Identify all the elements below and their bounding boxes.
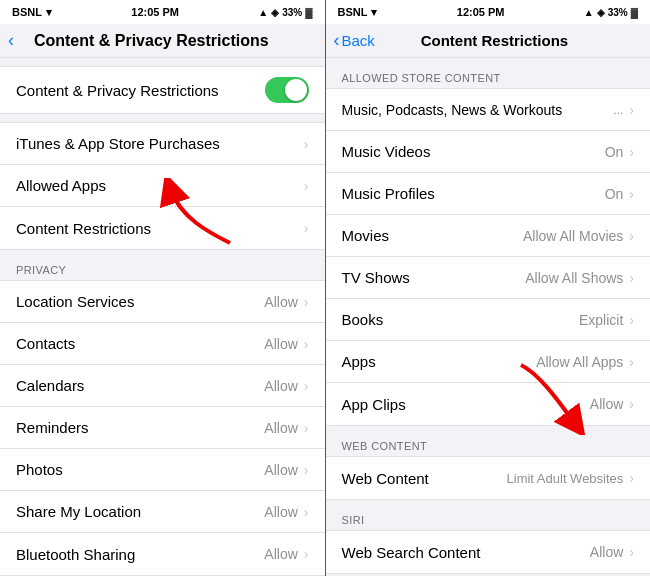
web-content-label: Web Content: [342, 470, 507, 487]
privacy-toggle-label: Content & Privacy Restrictions: [16, 82, 265, 99]
back-chevron-right: ‹: [334, 30, 340, 51]
wifi-icon2-left: ◈: [271, 7, 279, 18]
carrier-right: BSNL: [338, 6, 368, 18]
toggle-section: Content & Privacy Restrictions: [0, 66, 325, 114]
store-section: ALLOWED STORE CONTENT Music, Podcasts, N…: [326, 66, 651, 426]
location-services-cell[interactable]: Location Services Allow ›: [0, 281, 325, 323]
calendars-cell[interactable]: Calendars Allow ›: [0, 365, 325, 407]
reminders-label: Reminders: [16, 419, 264, 436]
share-location-label: Share My Location: [16, 503, 264, 520]
bluetooth-chevron: ›: [304, 546, 309, 562]
carrier-left: BSNL: [12, 6, 42, 18]
apps-cell[interactable]: Apps Allow All Apps ›: [326, 341, 651, 383]
books-chevron: ›: [629, 312, 634, 328]
web-cell-list: Web Content Limit Adult Websites ›: [326, 456, 651, 500]
contacts-chevron: ›: [304, 336, 309, 352]
page-title-right: Content Restrictions: [381, 32, 608, 49]
calendars-value: Allow: [264, 378, 297, 394]
tv-shows-value: Allow All Shows: [525, 270, 623, 286]
music-podcasts-value: ...: [613, 103, 623, 117]
itunes-chevron: ›: [304, 136, 309, 152]
main-cell-list: iTunes & App Store Purchases › Allowed A…: [0, 122, 325, 250]
photos-cell[interactable]: Photos Allow ›: [0, 449, 325, 491]
music-profiles-label: Music Profiles: [342, 185, 605, 202]
contacts-value: Allow: [264, 336, 297, 352]
app-clips-chevron: ›: [629, 396, 634, 412]
contacts-cell[interactable]: Contacts Allow ›: [0, 323, 325, 365]
siri-section: SIRI Web Search Content Allow ›: [326, 508, 651, 574]
movies-cell[interactable]: Movies Allow All Movies ›: [326, 215, 651, 257]
movies-value: Allow All Movies: [523, 228, 623, 244]
back-label-right[interactable]: Back: [342, 32, 375, 49]
music-videos-value: On: [605, 144, 624, 160]
reminders-chevron: ›: [304, 420, 309, 436]
music-videos-cell[interactable]: Music Videos On ›: [326, 131, 651, 173]
books-cell[interactable]: Books Explicit ›: [326, 299, 651, 341]
location-services-value: Allow: [264, 294, 297, 310]
battery-left: 33%: [282, 7, 302, 18]
tv-shows-chevron: ›: [629, 270, 634, 286]
reminders-cell[interactable]: Reminders Allow ›: [0, 407, 325, 449]
location-services-chevron: ›: [304, 294, 309, 310]
music-profiles-cell[interactable]: Music Profiles On ›: [326, 173, 651, 215]
status-bar-left: BSNL ▾ 12:05 PM ▲ ◈ 33% ▓: [0, 0, 325, 24]
bluetooth-cell[interactable]: Bluetooth Sharing Allow ›: [0, 533, 325, 575]
toggle-container[interactable]: [265, 77, 309, 103]
share-location-chevron: ›: [304, 504, 309, 520]
status-right-right: ▲ ◈ 33% ▓: [584, 7, 638, 18]
store-cell-list: Music, Podcasts, News & Workouts ... › M…: [326, 88, 651, 426]
time-right: 12:05 PM: [457, 6, 505, 18]
itunes-purchases-cell[interactable]: iTunes & App Store Purchases ›: [0, 123, 325, 165]
web-header: WEB CONTENT: [326, 434, 651, 456]
wifi-icon2-right: ◈: [597, 7, 605, 18]
content-restrictions-label: Content Restrictions: [16, 220, 304, 237]
photos-label: Photos: [16, 461, 264, 478]
privacy-toggle[interactable]: [265, 77, 309, 103]
bluetooth-value: Allow: [264, 546, 297, 562]
web-content-value: Limit Adult Websites: [507, 471, 624, 486]
reminders-value: Allow: [264, 420, 297, 436]
music-podcasts-cell[interactable]: Music, Podcasts, News & Workouts ... ›: [326, 89, 651, 131]
privacy-cell-list: Location Services Allow › Contacts Allow…: [0, 280, 325, 576]
siri-header: SIRI: [326, 508, 651, 530]
tv-shows-cell[interactable]: TV Shows Allow All Shows ›: [326, 257, 651, 299]
music-videos-label: Music Videos: [342, 143, 605, 160]
wifi-icon-left: ▾: [46, 6, 52, 19]
page-title-left: Content & Privacy Restrictions: [20, 32, 283, 50]
signal-icon-left: ▲: [258, 7, 268, 18]
web-search-cell[interactable]: Web Search Content Allow ›: [326, 531, 651, 573]
music-profiles-chevron: ›: [629, 186, 634, 202]
photos-value: Allow: [264, 462, 297, 478]
back-button-right[interactable]: ‹ Back: [334, 30, 375, 51]
battery-right: 33%: [608, 7, 628, 18]
calendars-label: Calendars: [16, 377, 264, 394]
location-services-label: Location Services: [16, 293, 264, 310]
toggle-cell-group: Content & Privacy Restrictions: [0, 66, 325, 114]
share-location-value: Allow: [264, 504, 297, 520]
apps-label: Apps: [342, 353, 537, 370]
app-clips-cell[interactable]: App Clips Allow ›: [326, 383, 651, 425]
web-search-label: Web Search Content: [342, 544, 590, 561]
web-content-cell[interactable]: Web Content Limit Adult Websites ›: [326, 457, 651, 499]
allowed-apps-label: Allowed Apps: [16, 177, 304, 194]
privacy-toggle-cell[interactable]: Content & Privacy Restrictions: [0, 67, 325, 113]
scroll-right: ALLOWED STORE CONTENT Music, Podcasts, N…: [326, 58, 651, 576]
tv-shows-label: TV Shows: [342, 269, 526, 286]
status-bar-right: BSNL ▾ 12:05 PM ▲ ◈ 33% ▓: [326, 0, 651, 24]
web-search-value: Allow: [590, 544, 623, 560]
content-restrictions-cell[interactable]: Content Restrictions ›: [0, 207, 325, 249]
music-podcasts-chevron: ›: [629, 102, 634, 118]
main-section: iTunes & App Store Purchases › Allowed A…: [0, 122, 325, 250]
content-restrictions-chevron: ›: [304, 220, 309, 236]
web-content-chevron: ›: [629, 470, 634, 486]
bluetooth-label: Bluetooth Sharing: [16, 546, 264, 563]
allowed-apps-cell[interactable]: Allowed Apps ›: [0, 165, 325, 207]
back-button-left[interactable]: ‹: [8, 30, 14, 51]
share-location-cell[interactable]: Share My Location Allow ›: [0, 491, 325, 533]
battery-icon-left: ▓: [305, 7, 312, 18]
photos-chevron: ›: [304, 462, 309, 478]
siri-cell-list: Web Search Content Allow ›: [326, 530, 651, 574]
status-left-right: BSNL ▾: [338, 6, 378, 19]
back-chevron-left: ‹: [8, 30, 14, 51]
music-profiles-value: On: [605, 186, 624, 202]
